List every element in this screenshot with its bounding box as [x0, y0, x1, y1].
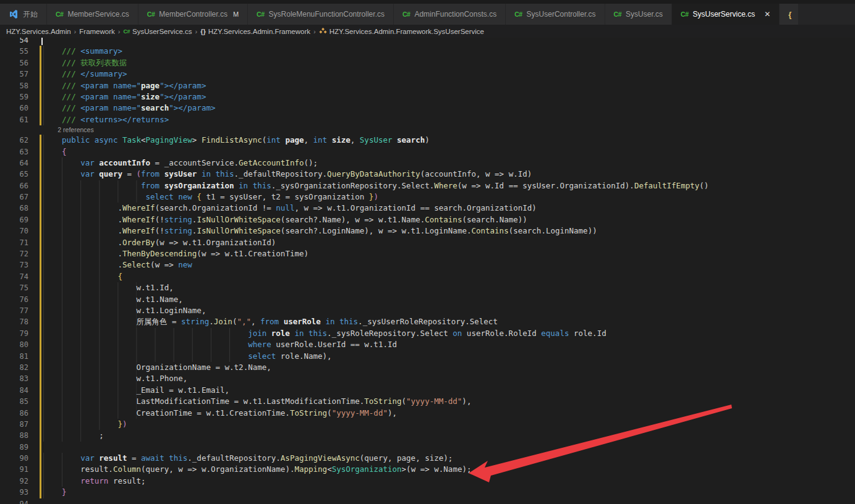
line-number[interactable]: 71: [0, 237, 30, 248]
line-number[interactable]: 64: [0, 158, 30, 169]
breadcrumb-item[interactable]: HZY.Services.Admin.Framework.SysUserServ…: [319, 27, 484, 35]
code-line[interactable]: 94: [0, 498, 855, 504]
code-line[interactable]: 58/// <param name="page"></param>: [0, 80, 855, 91]
code-line[interactable]: 68.WhereIf(search.OrganizationId != null…: [0, 203, 855, 214]
line-number[interactable]: 69: [0, 214, 30, 225]
code-line[interactable]: 66from sysOrganization in this._sysOrgan…: [0, 180, 855, 191]
code-line[interactable]: 83w.t1.Phone,: [0, 373, 855, 384]
line-number[interactable]: 81: [0, 351, 30, 362]
code-line[interactable]: 89: [0, 442, 855, 453]
code-line[interactable]: 71.OrderBy(w => w.t1.OrganizationId): [0, 237, 855, 248]
code-line[interactable]: 74{: [0, 271, 855, 282]
code-line[interactable]: 77w.t1.LoginName,: [0, 305, 855, 316]
tab-partial[interactable]: {: [780, 4, 798, 25]
line-number[interactable]: 89: [0, 442, 30, 453]
line-number[interactable]: 70: [0, 225, 30, 237]
line-number[interactable]: 62: [0, 135, 30, 146]
code-line[interactable]: 85LastModificationTime = w.t1.LastModifi…: [0, 396, 855, 407]
line-number[interactable]: 79: [0, 328, 30, 339]
code-line[interactable]: 80where userRole.UserId == w.t1.Id: [0, 339, 855, 350]
code-editor[interactable]: 5455/// <summary>56/// 获取列表数据57/// </sum…: [0, 38, 855, 504]
tab-SysUser.cs[interactable]: C#SysUser.cs: [605, 4, 671, 25]
line-number[interactable]: 82: [0, 362, 30, 373]
line-number[interactable]: 67: [0, 191, 30, 203]
tab-开始[interactable]: 开始: [0, 4, 46, 25]
line-number[interactable]: 61: [0, 114, 30, 125]
line-number[interactable]: 83: [0, 373, 30, 384]
code-line[interactable]: 64var accountInfo = _accountService.GetA…: [0, 158, 855, 169]
breadcrumb-item[interactable]: C#SysUserService.cs: [123, 28, 192, 35]
line-number[interactable]: 78: [0, 316, 30, 327]
line-number[interactable]: 75: [0, 282, 30, 293]
code-line[interactable]: 78所属角色 = string.Join(",", from userRole …: [0, 316, 855, 327]
tab-AdminFunctionConsts.cs[interactable]: C#AdminFunctionConsts.cs: [394, 4, 505, 25]
code-line[interactable]: 92return result;: [0, 476, 855, 487]
breadcrumb-item[interactable]: Framework: [79, 28, 115, 35]
codelens-label[interactable]: 2 references: [30, 125, 94, 135]
code-line[interactable]: 69.WhereIf(!string.IsNullOrWhiteSpace(se…: [0, 214, 855, 225]
line-number[interactable]: 94: [0, 498, 30, 504]
code-line[interactable]: 84_Email = w.t1.Email,: [0, 385, 855, 396]
code-line[interactable]: 59/// <param name="size"></param>: [0, 91, 855, 103]
line-number[interactable]: 54: [0, 38, 30, 46]
line-number[interactable]: 86: [0, 408, 30, 419]
line-number[interactable]: 77: [0, 305, 30, 316]
tab-SysUserService.cs[interactable]: C#SysUserService.cs✕: [672, 4, 779, 25]
code-line[interactable]: 61/// <returns></returns>: [0, 114, 855, 125]
line-number[interactable]: 80: [0, 339, 30, 350]
code-line[interactable]: 57/// </summary>: [0, 69, 855, 80]
code-line[interactable]: 65var query = (from sysUser in this._def…: [0, 169, 855, 180]
line-number[interactable]: 84: [0, 385, 30, 396]
code-line[interactable]: 88;: [0, 430, 855, 441]
line-number[interactable]: 68: [0, 203, 30, 214]
line-number[interactable]: 59: [0, 91, 30, 103]
code-line[interactable]: 67select new { t1 = sysUser, t2 = sysOrg…: [0, 191, 855, 203]
tab-SysUserController.cs[interactable]: C#SysUserController.cs: [506, 4, 604, 25]
tab-SysRoleMenuFunctionController.cs[interactable]: C#SysRoleMenuFunctionController.cs: [248, 4, 393, 25]
code-line[interactable]: 91result.Column(query, w => w.Organizati…: [0, 464, 855, 475]
code-line[interactable]: 54: [0, 38, 855, 46]
code-line[interactable]: 56/// 获取列表数据: [0, 57, 855, 69]
code-line[interactable]: 76w.t1.Name,: [0, 294, 855, 305]
codelens-references[interactable]: 2 references: [0, 125, 855, 135]
line-number[interactable]: 56: [0, 57, 30, 69]
code-line[interactable]: 72.ThenByDescending(w => w.t1.CreationTi…: [0, 248, 855, 259]
code-line[interactable]: 55/// <summary>: [0, 46, 855, 57]
line-number[interactable]: 74: [0, 271, 30, 282]
line-number[interactable]: 63: [0, 146, 30, 158]
code-line[interactable]: 87}): [0, 419, 855, 430]
breadcrumb-item[interactable]: {}HZY.Services.Admin.Framework: [200, 28, 310, 35]
line-number[interactable]: 93: [0, 487, 30, 498]
tab-MemberController.cs[interactable]: C#MemberController.csM: [138, 4, 247, 25]
code-line[interactable]: 86CreationTime = w.t1.CreationTime.ToStr…: [0, 408, 855, 419]
code-line[interactable]: 82OrganizationName = w.t2.Name,: [0, 362, 855, 373]
line-number[interactable]: 55: [0, 46, 30, 57]
line-number[interactable]: 90: [0, 453, 30, 464]
code-line[interactable]: 70.WhereIf(!string.IsNullOrWhiteSpace(se…: [0, 225, 855, 237]
line-number[interactable]: 73: [0, 259, 30, 271]
line-number[interactable]: 65: [0, 169, 30, 180]
code-line[interactable]: 75w.t1.Id,: [0, 282, 855, 293]
line-number[interactable]: 58: [0, 80, 30, 91]
code-line[interactable]: 73.Select(w => new: [0, 259, 855, 271]
line-number[interactable]: 60: [0, 103, 30, 114]
line-number[interactable]: 85: [0, 396, 30, 407]
breadcrumb-item[interactable]: HZY.Services.Admin: [6, 28, 71, 35]
line-number[interactable]: 92: [0, 476, 30, 487]
code-line[interactable]: 62public async Task<PagingView> FindList…: [0, 135, 855, 146]
line-number[interactable]: 66: [0, 180, 30, 191]
close-icon[interactable]: ✕: [764, 10, 770, 19]
line-number[interactable]: 91: [0, 464, 30, 475]
code-line[interactable]: 79join role in this._sysRoleRepository.S…: [0, 328, 855, 339]
code-line[interactable]: 81select role.Name),: [0, 351, 855, 362]
line-number[interactable]: 72: [0, 248, 30, 259]
tab-MemberService.cs[interactable]: C#MemberService.cs: [47, 4, 138, 25]
code-line[interactable]: 93}: [0, 487, 855, 498]
line-number[interactable]: 76: [0, 294, 30, 305]
code-line[interactable]: 63{: [0, 146, 855, 158]
line-number[interactable]: 87: [0, 419, 30, 430]
code-line[interactable]: 60/// <param name="search"></param>: [0, 103, 855, 114]
line-number[interactable]: 88: [0, 430, 30, 441]
code-line[interactable]: 90var result = await this._defaultReposi…: [0, 453, 855, 464]
line-number[interactable]: 57: [0, 69, 30, 80]
